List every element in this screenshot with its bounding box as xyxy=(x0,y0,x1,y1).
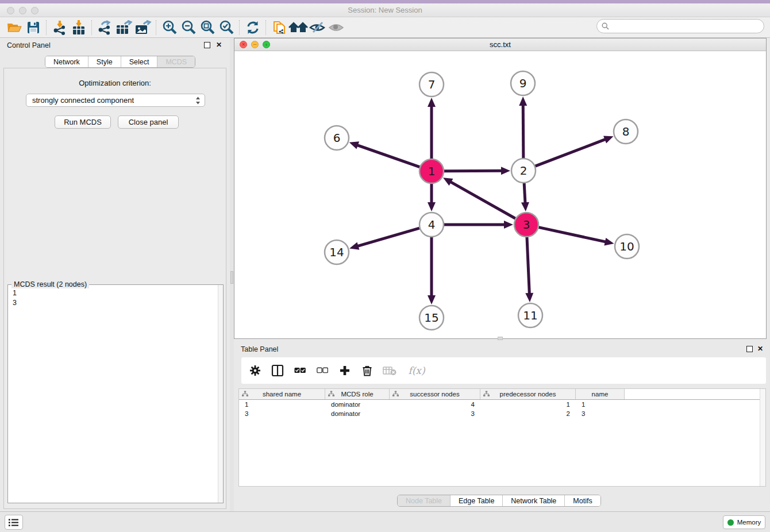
graph-node-15[interactable]: 15 xyxy=(419,306,444,330)
run-mcds-button[interactable]: Run MCDS xyxy=(55,115,111,129)
edge-4-to-15[interactable] xyxy=(428,237,436,304)
memory-button[interactable]: Memory xyxy=(723,515,765,529)
network-graph[interactable]: 7968124314101511 xyxy=(234,51,766,338)
delete-table-button[interactable] xyxy=(383,364,396,377)
tab-node-table[interactable]: Node Table xyxy=(398,495,451,506)
float-panel-icon[interactable] xyxy=(204,42,210,48)
edge-3-to-1[interactable] xyxy=(443,178,515,218)
table-settings-button[interactable] xyxy=(248,364,262,377)
graph-node-2[interactable]: 2 xyxy=(511,159,536,183)
tab-network[interactable]: Network xyxy=(45,56,88,67)
edge-1-to-4[interactable] xyxy=(428,184,436,211)
graph-node-10[interactable]: 10 xyxy=(615,234,639,259)
table-row[interactable]: 3dominator323 xyxy=(239,409,765,418)
show-all-networks-button[interactable] xyxy=(288,19,307,36)
show-graphics-details-button[interactable] xyxy=(326,19,345,36)
import-table-button[interactable] xyxy=(69,19,88,36)
horizontal-splitter-handle[interactable] xyxy=(498,337,503,340)
tab-select[interactable]: Select xyxy=(121,56,158,67)
save-session-button[interactable] xyxy=(24,19,43,36)
vertical-splitter[interactable] xyxy=(230,38,234,511)
search-input[interactable] xyxy=(596,19,764,33)
graph-node-8[interactable]: 8 xyxy=(614,119,638,144)
close-panel-icon[interactable]: ✕ xyxy=(757,345,763,353)
graph-node-6[interactable]: 6 xyxy=(325,126,349,150)
edge-4-to-14[interactable] xyxy=(349,228,419,250)
graph-node-7[interactable]: 7 xyxy=(419,72,444,97)
task-history-button[interactable] xyxy=(5,515,23,530)
deselect-all-columns-button[interactable] xyxy=(315,364,329,377)
table-cell[interactable]: 1 xyxy=(480,401,576,408)
graph-node-1[interactable]: 1 xyxy=(419,159,444,183)
edge-1-to-7[interactable] xyxy=(428,98,436,159)
criterion-dropdown[interactable]: strongly connected component xyxy=(26,94,205,107)
float-panel-icon[interactable] xyxy=(746,346,753,352)
close-panel-icon[interactable]: ✕ xyxy=(216,41,222,49)
refresh-view-button[interactable] xyxy=(243,19,262,36)
graph-node-14[interactable]: 14 xyxy=(325,240,349,264)
close-panel-button[interactable]: Close panel xyxy=(118,115,179,129)
network-canvas[interactable]: 7968124314101511 xyxy=(234,51,766,338)
edge-1-to-6[interactable] xyxy=(349,141,420,167)
zoom-in-icon xyxy=(162,20,177,35)
result-scrollbar[interactable] xyxy=(218,285,223,503)
edge-1-to-2[interactable] xyxy=(444,167,510,175)
tree-hierarchy-icon xyxy=(483,391,490,397)
table-cell[interactable]: 3 xyxy=(390,410,480,417)
table-cell[interactable]: 3 xyxy=(576,410,625,417)
table-cell[interactable]: 1 xyxy=(576,401,625,408)
column-header-name[interactable]: name xyxy=(576,389,625,399)
column-header-shared-name[interactable]: shared name xyxy=(239,389,325,399)
zoom-selected-button[interactable] xyxy=(217,19,236,36)
edge-2-to-8[interactable] xyxy=(536,136,614,166)
save-disk-icon xyxy=(27,21,40,34)
eye-icon xyxy=(328,21,345,34)
table-cell[interactable]: dominator xyxy=(325,410,390,417)
splitter-handle[interactable] xyxy=(230,271,233,284)
edge-3-to-10[interactable] xyxy=(538,228,614,246)
columns-icon xyxy=(271,364,284,377)
table-scrollbar[interactable] xyxy=(760,389,765,486)
column-header-successor-nodes[interactable]: successor nodes xyxy=(390,389,480,399)
tab-network-table[interactable]: Network Table xyxy=(503,495,565,506)
graph-node-4[interactable]: 4 xyxy=(419,213,444,237)
hide-graphics-details-button[interactable] xyxy=(307,19,326,36)
zoom-in-button[interactable] xyxy=(160,19,179,36)
zoom-out-button[interactable] xyxy=(179,19,198,36)
tab-motifs[interactable]: Motifs xyxy=(565,495,600,506)
tab-style[interactable]: Style xyxy=(88,56,121,67)
column-header-MCDS-role[interactable]: MCDS role xyxy=(325,389,390,399)
table-cell[interactable]: dominator xyxy=(325,401,390,408)
network-window-titlebar[interactable]: ✕ ─ ＋ scc.txt xyxy=(234,38,766,51)
tab-edge-table[interactable]: Edge Table xyxy=(451,495,503,506)
export-image-button[interactable] xyxy=(133,19,152,36)
graph-node-11[interactable]: 11 xyxy=(518,303,542,327)
mcds-panel: Optimization criterion: strongly connect… xyxy=(3,68,226,509)
export-network-icon xyxy=(97,20,113,35)
table-row[interactable]: 1dominator411 xyxy=(239,400,765,409)
table-cell[interactable]: 2 xyxy=(480,410,576,417)
edge-3-to-11[interactable] xyxy=(525,237,533,302)
graph-node-9[interactable]: 9 xyxy=(511,71,535,95)
show-columns-button[interactable] xyxy=(271,364,284,377)
tab-mcds[interactable]: MCDS xyxy=(157,56,195,67)
table-cell[interactable]: 1 xyxy=(239,401,325,408)
edge-4-to-3[interactable] xyxy=(444,221,513,229)
table-cell[interactable]: 4 xyxy=(390,401,480,408)
export-network-button[interactable] xyxy=(95,19,114,36)
export-table-button[interactable] xyxy=(114,19,133,36)
zoom-fit-button[interactable] xyxy=(198,19,217,36)
column-header-predecessor-nodes[interactable]: predecessor nodes xyxy=(480,389,576,399)
function-builder-button[interactable]: f(x) xyxy=(405,364,428,377)
import-network-button[interactable] xyxy=(50,19,69,36)
create-column-button[interactable] xyxy=(338,364,352,377)
svg-text:6: 6 xyxy=(333,131,341,145)
graph-node-3[interactable]: 3 xyxy=(514,213,538,237)
open-session-button[interactable] xyxy=(5,19,24,36)
edge-2-to-9[interactable] xyxy=(519,97,527,158)
table-cell[interactable]: 3 xyxy=(239,410,325,417)
first-neighbors-button[interactable] xyxy=(270,19,288,36)
select-all-columns-button[interactable] xyxy=(293,364,307,377)
delete-column-button[interactable] xyxy=(360,364,374,377)
edge-2-to-3[interactable] xyxy=(521,183,529,211)
